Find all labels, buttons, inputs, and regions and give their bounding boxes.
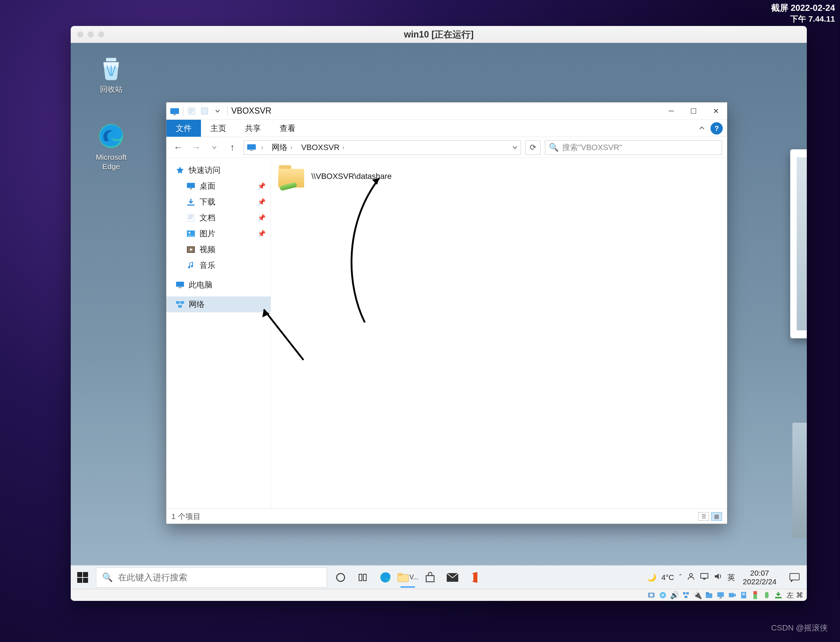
- sidebar-item-desktop[interactable]: 桌面📌: [166, 178, 271, 194]
- explorer-search[interactable]: 🔍 搜索"VBOXSVR": [545, 140, 722, 155]
- breadcrumb-seg-root[interactable]: ›: [257, 141, 267, 154]
- breadcrumb-seg-vboxsvr[interactable]: VBOXSVR›: [297, 141, 349, 154]
- vm-titlebar[interactable]: win10 [正在运行]: [71, 26, 807, 43]
- tray-network-icon[interactable]: [700, 573, 708, 582]
- tray-people-icon[interactable]: [687, 572, 695, 582]
- vb-display-icon[interactable]: [716, 590, 725, 600]
- sidebar-network[interactable]: 网络: [166, 297, 271, 312]
- shared-folder-icon: [278, 165, 304, 188]
- sidebar-this-pc[interactable]: 此电脑: [166, 277, 271, 293]
- explorer-sidebar: 快速访问 桌面📌 下载📌 文档📌 图片📌 视频 音乐 此电脑: [166, 158, 271, 509]
- taskbar-search[interactable]: 🔍 在此键入进行搜索: [96, 567, 327, 587]
- minimize-button[interactable]: ─: [660, 102, 682, 120]
- ribbon-tab-view[interactable]: 查看: [270, 120, 305, 137]
- svg-rect-12: [190, 188, 192, 190]
- view-icons-button[interactable]: ▦: [711, 512, 722, 521]
- help-button[interactable]: ?: [710, 122, 723, 135]
- sidebar-item-videos[interactable]: 视频: [166, 242, 271, 258]
- ribbon-tab-home[interactable]: 主页: [201, 120, 236, 137]
- svg-rect-28: [359, 574, 362, 581]
- tray-volume-icon[interactable]: [714, 572, 722, 582]
- nav-back-button[interactable]: ←: [171, 141, 185, 154]
- vb-cpu-icon[interactable]: [751, 590, 760, 600]
- taskbar-explorer-icon[interactable]: V...: [397, 567, 419, 588]
- computer-icon: [175, 280, 185, 290]
- weather-icon[interactable]: 🌙: [647, 573, 656, 582]
- svg-rect-32: [398, 573, 403, 576]
- sidebar-item-music[interactable]: 音乐: [166, 258, 271, 273]
- qat-properties-icon[interactable]: [185, 105, 198, 117]
- svg-rect-8: [201, 108, 208, 114]
- tray-ime-indicator[interactable]: 英: [728, 572, 735, 582]
- vb-optical-icon[interactable]: [658, 590, 668, 600]
- sidebar-item-downloads[interactable]: 下载📌: [166, 194, 271, 210]
- pin-icon: 📌: [258, 182, 266, 190]
- tray-clock[interactable]: 20:07 2022/2/24: [740, 569, 779, 585]
- system-tray: 🌙 4°C ˆ 英 20:07 2022/2/24: [643, 569, 807, 586]
- taskbar-store-icon[interactable]: [419, 567, 441, 588]
- pin-icon: 📌: [258, 198, 266, 206]
- ribbon-tab-share[interactable]: 共享: [236, 120, 270, 137]
- nav-forward-button[interactable]: →: [189, 141, 203, 154]
- nav-recent-button[interactable]: [208, 141, 221, 154]
- sidebar-item-pictures[interactable]: 图片📌: [166, 226, 271, 242]
- svg-rect-11: [187, 183, 195, 188]
- sidebar-quick-access[interactable]: 快速访问: [166, 162, 271, 178]
- vb-recording-icon[interactable]: [728, 590, 737, 600]
- vb-hdd-icon[interactable]: [647, 590, 656, 600]
- taskbar-search-placeholder: 在此键入进行搜索: [118, 572, 187, 583]
- vb-network-icon[interactable]: [681, 590, 691, 600]
- search-icon: 🔍: [549, 143, 559, 152]
- computer-icon[interactable]: [246, 142, 257, 153]
- taskbar-edge-icon[interactable]: [375, 567, 396, 588]
- quick-access-toolbar: [166, 102, 226, 119]
- close-button[interactable]: ✕: [705, 102, 727, 120]
- address-bar[interactable]: › 网络› VBOXSVR›: [244, 140, 521, 155]
- system-menu-icon[interactable]: [169, 105, 181, 117]
- start-button[interactable]: [71, 566, 94, 589]
- video-icon: [186, 245, 196, 255]
- ribbon-expand-button[interactable]: [695, 120, 709, 137]
- tray-overflow-button[interactable]: ˆ: [679, 573, 682, 582]
- explorer-ribbon: 文件 主页 共享 查看 ?: [166, 120, 727, 137]
- vb-guest-additions-icon[interactable]: [739, 590, 748, 600]
- taskbar-widgets-button[interactable]: [352, 567, 374, 588]
- svg-rect-5: [189, 109, 194, 110]
- nav-up-button[interactable]: ↑: [226, 141, 239, 154]
- status-item-count: 1 个项目: [171, 511, 201, 522]
- view-details-button[interactable]: ☰: [698, 512, 709, 521]
- explorer-content-pane[interactable]: \\VBOXSVR\datashare: [271, 158, 727, 509]
- sidebar-item-documents[interactable]: 文档📌: [166, 210, 271, 226]
- maximize-button[interactable]: ☐: [682, 102, 705, 120]
- music-icon: [186, 260, 196, 271]
- task-view-button[interactable]: [330, 567, 351, 588]
- breadcrumb-seg-network[interactable]: 网络›: [267, 141, 297, 154]
- svg-point-40: [650, 594, 653, 597]
- explorer-title-text: VBOXSVR: [231, 106, 271, 116]
- vb-keyboard-icon[interactable]: [773, 590, 783, 600]
- vb-audio-icon[interactable]: 🔊: [670, 590, 679, 600]
- qat-new-folder-icon[interactable]: [198, 105, 211, 117]
- weather-temp[interactable]: 4°C: [661, 573, 674, 582]
- address-history-dropdown[interactable]: [509, 143, 521, 152]
- file-explorer-window: VBOXSVR ─ ☐ ✕ 文件 主页 共享 查看 ?: [166, 102, 728, 524]
- explorer-titlebar[interactable]: VBOXSVR ─ ☐ ✕: [166, 102, 727, 120]
- qat-dropdown-icon[interactable]: [211, 105, 224, 117]
- csdn-watermark: CSDN @摇滚侠: [771, 623, 828, 633]
- content-item-datashare[interactable]: \\VBOXSVR\datashare: [278, 165, 720, 188]
- content-item-label: \\VBOXSVR\datashare: [311, 172, 392, 181]
- action-center-button[interactable]: [786, 569, 803, 586]
- vb-usb-icon[interactable]: 🔌: [693, 590, 702, 600]
- vb-mouse-icon[interactable]: [762, 590, 772, 600]
- ribbon-tab-file[interactable]: 文件: [166, 120, 201, 137]
- desktop-icon-recycle-bin[interactable]: 回收站: [86, 55, 136, 94]
- taskbar-mail-icon[interactable]: [442, 567, 463, 588]
- vb-host-key-indicator[interactable]: 左 ⌘: [786, 590, 803, 600]
- vb-shared-folders-icon[interactable]: [704, 590, 714, 600]
- svg-point-19: [189, 232, 190, 234]
- svg-rect-0: [106, 58, 117, 62]
- svg-rect-44: [686, 592, 689, 594]
- refresh-button[interactable]: ⟳: [525, 140, 541, 155]
- desktop-icon-edge[interactable]: Microsoft Edge: [86, 122, 136, 172]
- taskbar-office-icon[interactable]: [464, 567, 486, 588]
